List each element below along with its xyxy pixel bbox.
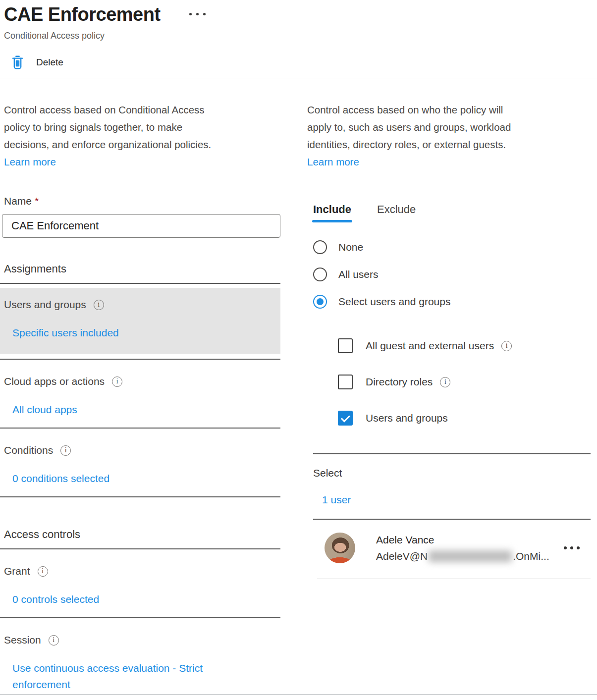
- required-marker: *: [35, 195, 39, 207]
- redacted-email-segment: [429, 550, 512, 562]
- user-row-divider: [317, 578, 591, 579]
- info-icon: i: [60, 445, 71, 456]
- users-description: Control access based on who the policy w…: [307, 101, 591, 153]
- info-icon: i: [49, 635, 59, 646]
- policy-name-input[interactable]: [2, 214, 280, 238]
- section-grant[interactable]: Grant i 0 controls selected: [0, 549, 280, 617]
- delete-button[interactable]: Delete: [11, 54, 597, 71]
- section-label: Session i: [4, 634, 280, 646]
- page-title: CAE Enforcement: [4, 3, 161, 26]
- users-included-link[interactable]: Specific users included: [12, 324, 119, 341]
- trash-icon: [11, 55, 24, 70]
- cloud-apps-link[interactable]: All cloud apps: [12, 401, 77, 418]
- assignments-header: Assignments: [0, 263, 280, 284]
- radio-select-users-and-groups[interactable]: Select users and groups: [313, 295, 591, 309]
- user-avatar: [325, 533, 355, 563]
- page-subtitle: Conditional Access policy: [4, 31, 597, 41]
- assignment-users-column: Control access based on who the policy w…: [307, 101, 591, 700]
- learn-more-link[interactable]: Learn more: [307, 153, 359, 170]
- info-icon: i: [440, 377, 450, 387]
- tab-exclude[interactable]: Exclude: [377, 203, 416, 222]
- radio-button-selected: [313, 295, 327, 309]
- name-field-label: Name*: [4, 195, 280, 207]
- access-controls-header: Access controls: [0, 528, 280, 549]
- select-divider: [313, 453, 591, 454]
- section-conditions[interactable]: Conditions i 0 conditions selected: [0, 429, 280, 496]
- section-label: Users and groups i: [4, 299, 280, 311]
- checkbox-directory-roles[interactable]: Directory roles i: [338, 375, 591, 389]
- checkbox-users-and-groups[interactable]: Users and groups: [338, 411, 591, 426]
- section-label: Grant i: [4, 565, 280, 577]
- delete-button-label: Delete: [36, 57, 63, 68]
- checkbox-checked: [338, 411, 353, 426]
- grant-controls-link[interactable]: 0 controls selected: [12, 591, 99, 607]
- include-options-radio-group: None All users Select users and groups: [313, 240, 591, 309]
- policy-settings-column: Control access based on Conditional Acce…: [0, 101, 280, 700]
- policy-description: Control access based on Conditional Acce…: [4, 101, 280, 153]
- section-divider: [0, 496, 280, 497]
- radio-all-users[interactable]: All users: [313, 268, 591, 281]
- info-icon: i: [38, 566, 48, 577]
- section-session[interactable]: Session i Use continuous access evaluati…: [0, 618, 280, 700]
- user-email: AdeleV@N .OnMi...: [376, 550, 549, 562]
- info-icon: i: [501, 341, 512, 351]
- section-users-and-groups[interactable]: Users and groups i Specific users includ…: [0, 288, 280, 354]
- more-options-icon[interactable]: [189, 13, 206, 15]
- checkbox-all-guest-external-users[interactable]: All guest and external users i: [338, 338, 591, 353]
- info-icon: i: [94, 300, 104, 310]
- toolbar-divider: [0, 78, 597, 78]
- section-label: Cloud apps or actions i: [4, 376, 280, 387]
- select-label: Select: [313, 467, 591, 479]
- selected-users-link[interactable]: 1 user: [322, 494, 351, 506]
- page-bottom-divider: [0, 694, 597, 695]
- conditions-link[interactable]: 0 conditions selected: [12, 470, 109, 486]
- selected-user-row[interactable]: Adele Vance AdeleV@N .OnMi...: [325, 533, 591, 563]
- session-controls-link[interactable]: Use continuous access evaluation - Stric…: [12, 660, 203, 693]
- section-cloud-apps[interactable]: Cloud apps or actions i All cloud apps: [0, 360, 280, 428]
- learn-more-link[interactable]: Learn more: [4, 153, 56, 170]
- page-header: CAE Enforcement Conditional Access polic…: [0, 0, 597, 41]
- user-type-checkbox-group: All guest and external users i Directory…: [338, 338, 591, 426]
- conditional-access-policy-page: CAE Enforcement Conditional Access polic…: [0, 0, 597, 700]
- user-menu-icon[interactable]: [564, 546, 580, 549]
- checkbox: [338, 375, 353, 389]
- user-name: Adele Vance: [376, 534, 549, 546]
- info-icon: i: [112, 377, 122, 387]
- radio-button: [313, 240, 327, 254]
- section-label: Conditions i: [4, 444, 280, 456]
- include-exclude-tabs: Include Exclude: [313, 203, 591, 222]
- checkbox: [338, 338, 353, 353]
- user-list-divider: [313, 519, 591, 520]
- radio-button: [313, 268, 327, 281]
- tab-include[interactable]: Include: [313, 203, 351, 222]
- radio-none[interactable]: None: [313, 240, 591, 254]
